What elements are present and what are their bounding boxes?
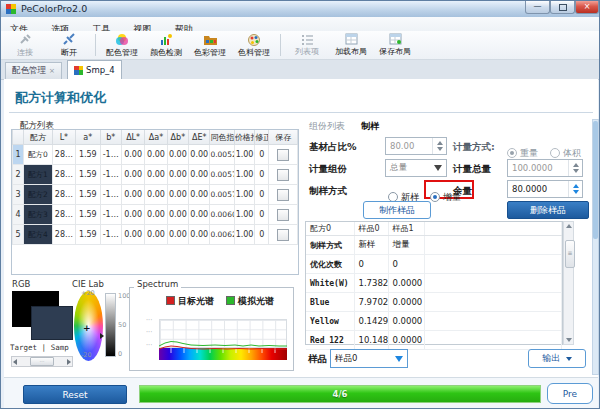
radio-icon <box>550 148 560 158</box>
lab-axis-top-label: +20 <box>81 289 95 297</box>
radio-weight[interactable]: 重量 <box>507 141 538 160</box>
y-tick-label: ··· <box>146 328 152 336</box>
make-sample-button[interactable]: 制作样品 <box>363 201 431 219</box>
color-matching-button[interactable]: 配色管理 <box>100 32 144 59</box>
pre-button[interactable]: Pre <box>547 383 593 404</box>
save-layout-button[interactable]: 保存布局 <box>373 32 417 59</box>
main-content: 配方计算和优化 配方列表 配方 L* a* b* ΔL* Δa* Δb* ΔE*… <box>4 79 598 377</box>
save-checkbox[interactable] <box>277 149 289 161</box>
total-amount-spinner[interactable]: 100.0000 <box>507 159 583 177</box>
color-manage-button[interactable]: 色彩管理 <box>188 32 232 59</box>
panel-scrollbar[interactable] <box>592 119 599 375</box>
formula-swatch-cell: 配方1 <box>24 165 53 185</box>
formula-list-box: 配方 L* a* b* ΔL* Δa* Δb* ΔE* 同色指 价格指 修正次 … <box>11 129 299 275</box>
scroll-down-icon[interactable] <box>566 338 572 342</box>
remainder-spinner[interactable]: 80.0000 <box>507 180 583 198</box>
palette-icon <box>247 33 261 46</box>
sample-row: 制样方式 新样 增量 <box>306 236 562 255</box>
close-button[interactable]: × <box>575 1 599 14</box>
toolbar-separator <box>95 34 96 56</box>
title-bar: PeColorPro2.0 — × <box>1 1 599 18</box>
swatch-caption: Target | Samp <box>10 343 74 352</box>
formula-header-row: 配方 L* a* b* ΔL* Δa* Δb* ΔE* 同色指 价格指 修正次 … <box>13 130 298 145</box>
sample-select-dropdown[interactable]: 样品0 <box>330 349 408 368</box>
lab-cursor-icon: + <box>83 323 91 333</box>
tab-color-matching[interactable]: 配色管理 × <box>5 62 62 79</box>
dropdown-arrow-icon <box>395 356 403 362</box>
scrollbar-thumb[interactable] <box>593 121 598 239</box>
save-checkbox[interactable] <box>277 229 289 241</box>
scrollbar-thumb[interactable]: ⋯ <box>30 357 54 366</box>
formula-row[interactable]: 3 配方2 28… 1.59 -1… 0.00 0.00 0.00 0.00 0… <box>13 185 298 205</box>
formula-row[interactable]: 2 配方1 28… 1.59 -1… 0.00 0.00 0.00 0.00 0… <box>13 165 298 185</box>
spinner-arrows-icon[interactable] <box>568 160 582 176</box>
tab-smp4[interactable]: Smp_4 <box>67 60 122 79</box>
save-checkbox[interactable] <box>277 189 289 201</box>
sample-select-label: 样品 <box>308 353 327 366</box>
measure-component-dropdown[interactable]: 总量 <box>385 159 447 177</box>
load-layout-button[interactable]: 加载布局 <box>329 32 373 59</box>
progress-text: 4/6 <box>333 389 348 399</box>
scroll-left-icon[interactable] <box>13 359 17 365</box>
cielab-title: CIE Lab <box>72 279 104 289</box>
output-menu-arrow-icon <box>566 357 572 361</box>
radio-volume[interactable]: 体积 <box>550 141 581 160</box>
delete-sample-button[interactable]: 删除样品 <box>507 201 589 219</box>
gray-50-label: 50 <box>118 321 126 329</box>
tab-make-sample[interactable]: 制样 <box>361 120 379 133</box>
formula-swatch-cell: 配方3 <box>24 205 53 225</box>
formula-row[interactable]: 4 配方3 28… 1.59 -1… 0.00 0.00 0.00 0.00 0… <box>13 205 298 225</box>
lightness-bar <box>105 293 116 357</box>
sample-row: Red 122 10.1487 0.0000 <box>306 331 562 350</box>
color-circles-icon <box>115 33 130 46</box>
spectrum-curves <box>159 319 287 361</box>
formula-swatch-cell: 配方2 <box>24 185 53 205</box>
connect-button[interactable]: 连接 <box>3 32 47 59</box>
formula-row[interactable]: 5 配方4 28… 1.59 -1… 0.00 0.00 0.00 0.00 0… <box>13 225 298 245</box>
scroll-up-icon[interactable] <box>566 224 572 228</box>
disconnect-button[interactable]: 断开 <box>47 32 91 59</box>
minimize-button[interactable]: — <box>525 1 550 14</box>
sample-color-icon <box>74 66 83 75</box>
maximize-icon <box>559 4 567 11</box>
rgb-title: RGB <box>12 279 30 289</box>
app-window: PeColorPro2.0 — × 文件 选项 工具 视图 帮助 连接 断开 配… <box>0 0 600 409</box>
footer-bar: Reset 4/6 Pre <box>4 377 598 409</box>
sample-row: Yellow 0.1429 0.0000 <box>306 312 562 331</box>
spinner-arrows-icon[interactable] <box>432 138 446 154</box>
tab-components-list[interactable]: 组份列表 <box>309 120 345 133</box>
color-detect-button[interactable]: 颜色检测 <box>144 32 188 59</box>
list-items-button[interactable]: 列表项 <box>285 32 329 59</box>
target-spectrum-line <box>159 346 287 349</box>
divider <box>9 112 593 113</box>
save-checkbox[interactable] <box>277 169 289 181</box>
reset-button[interactable]: Reset <box>23 385 127 404</box>
sample-style-label: 制样方式 <box>309 185 347 198</box>
sample-row: White(W) 1.7382 0.0000 <box>306 274 562 293</box>
colorant-manage-button[interactable]: 色料管理 <box>232 32 276 59</box>
formula-row[interactable]: 1 配方0 28… 1.59 -1… 0.00 0.00 0.00 0.00 0… <box>13 145 298 165</box>
output-button[interactable]: 输出 <box>528 349 586 368</box>
dropdown-arrow-icon <box>434 165 442 171</box>
sample-table: 配方0 样品0 样品1 制样方式 新样 增量 优化次数 0 0 White(W) <box>306 222 562 350</box>
lab-axis-bottom-label: -20 <box>81 351 92 359</box>
window-title: PeColorPro2.0 <box>21 3 87 14</box>
sample-table-scrollbar[interactable]: ≡ <box>563 221 574 345</box>
scroll-right-icon[interactable] <box>67 359 71 365</box>
maximize-button[interactable] <box>550 1 575 14</box>
legend-target: 目标光谱 <box>166 295 214 308</box>
color-chart-icon <box>159 33 173 46</box>
sample-header-row: 配方0 样品0 样品1 <box>306 222 562 236</box>
scrollbar-thumb[interactable]: ≡ <box>565 240 575 268</box>
lightness-marker-icon[interactable] <box>100 333 104 339</box>
base-ratio-spinner[interactable]: 80.00 <box>385 137 447 155</box>
rgb-scrollbar[interactable]: ⋯ <box>11 356 73 367</box>
spinner-arrows-icon[interactable] <box>568 181 582 197</box>
progress-fill: 4/6 <box>140 386 540 402</box>
toolbar: 连接 断开 配色管理 颜色检测 色彩管理 <box>1 31 599 60</box>
document-tab-bar: 配色管理 × Smp_4 <box>1 60 599 80</box>
sample-row: Blue 7.9702 0.0000 <box>306 293 562 312</box>
save-checkbox[interactable] <box>277 209 289 221</box>
legend-simulated: 模拟光谱 <box>226 295 274 308</box>
tab-close-icon[interactable]: × <box>49 67 55 75</box>
